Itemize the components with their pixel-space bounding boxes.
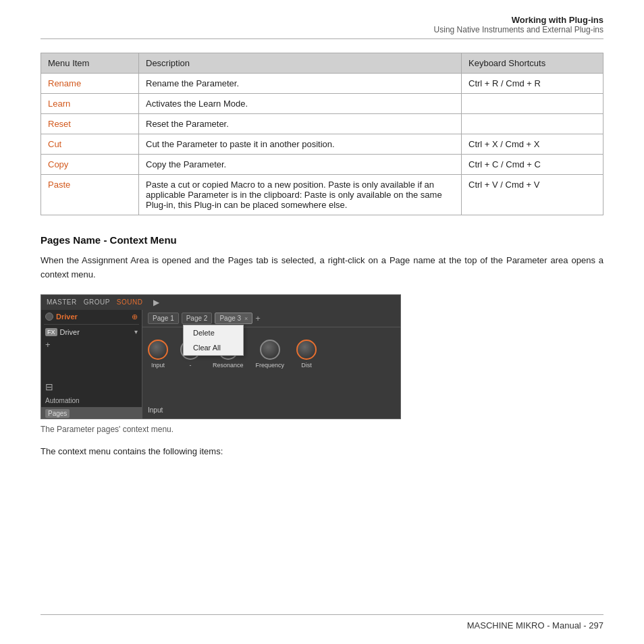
sc-page-tab-3[interactable]: Page 3 ×: [215, 313, 252, 324]
parameter-table: Menu Item Description Keyboard Shortcuts…: [41, 53, 603, 215]
screenshot: MASTER GROUP SOUND ▶ Driver ⊕ FX Drive: [41, 294, 401, 419]
sc-menu-item-clear-all[interactable]: Clear All: [184, 340, 243, 355]
sc-left-panel: Driver ⊕ FX Driver ▾ + ⊟: [41, 310, 142, 419]
col-header-desc: Description: [139, 53, 462, 74]
table-row: Copy Copy the Parameter. Ctrl + C / Cmd …: [41, 155, 603, 175]
table-row: Rename Rename the Parameter. Ctrl + R / …: [41, 74, 603, 94]
table-row: Cut Cut the Parameter to paste it in ano…: [41, 134, 603, 155]
sc-driver-label: Driver: [56, 313, 78, 321]
conclusion-paragraph: The context menu contains the following …: [41, 446, 603, 456]
sc-knobs-row: Input - Resonance Frequency: [142, 333, 400, 371]
desc-copy: Copy the Parameter.: [139, 155, 462, 175]
menu-item-learn: Learn: [41, 94, 139, 114]
sc-bottom-labels: Automation: [41, 394, 142, 407]
sc-knob-dist: Dist: [296, 340, 317, 369]
header-title: Working with Plug-ins: [41, 15, 603, 25]
sc-knob-label-input: Input: [151, 362, 165, 369]
sc-tab-master: MASTER: [47, 298, 77, 306]
header-subtitle: Using Native Instruments and External Pl…: [41, 25, 603, 34]
shortcut-reset: [462, 114, 603, 134]
sc-circle-icon: [45, 313, 53, 321]
sc-knob-frequency: Frequency: [256, 340, 285, 369]
menu-item-copy: Copy: [41, 155, 139, 175]
sc-body: Driver ⊕ FX Driver ▾ + ⊟: [41, 310, 400, 419]
sc-dropdown-icon: ▾: [134, 328, 138, 336]
sc-knob-label-dash: -: [190, 362, 192, 369]
sc-left-bottom: ⊟ Automation Pages: [41, 379, 142, 419]
sc-search-icon: ⊕: [132, 313, 138, 321]
sc-fx-name: Driver: [60, 328, 132, 336]
sc-filter-icon: ⊟: [45, 381, 53, 392]
sc-page-tab-1[interactable]: Page 1: [148, 313, 179, 324]
footer-text: MASCHINE MIKRO - Manual - 297: [467, 620, 603, 630]
sc-knob-label-dist: Dist: [301, 362, 312, 369]
screenshot-container: MASTER GROUP SOUND ▶ Driver ⊕ FX Drive: [41, 294, 603, 419]
desc-cut: Cut the Parameter to paste it in another…: [139, 134, 462, 155]
sc-page-tab-2[interactable]: Page 2: [182, 313, 213, 324]
page-header: Working with Plug-ins Using Native Instr…: [41, 0, 603, 39]
table-row: Learn Activates the Learn Mode.: [41, 94, 603, 114]
sc-tab-group: GROUP: [84, 298, 110, 306]
col-header-shortcut: Keyboard Shortcuts: [462, 53, 603, 74]
sc-page-tab-close-icon[interactable]: ×: [244, 315, 248, 322]
sc-knob-circle-input[interactable]: [148, 340, 168, 360]
menu-item-reset: Reset: [41, 114, 139, 134]
desc-learn: Activates the Learn Mode.: [139, 94, 462, 114]
table-row: Paste Paste a cut or copied Macro to a n…: [41, 175, 603, 215]
sc-page-add-button[interactable]: +: [255, 313, 261, 323]
sc-knob-circle-frequency[interactable]: [260, 340, 280, 360]
page-footer: MASCHINE MIKRO - Manual - 297: [41, 614, 603, 630]
desc-paste: Paste a cut or copied Macro to a new pos…: [139, 175, 462, 215]
shortcut-rename: Ctrl + R / Cmd + R: [462, 74, 603, 94]
sc-knob-input: Input: [148, 340, 168, 369]
sc-fx-badge: FX: [45, 328, 57, 336]
menu-item-cut: Cut: [41, 134, 139, 155]
sc-right-panel: Page 1 Page 2 Page 3 × + Delete Clear Al…: [142, 310, 400, 419]
sc-fx-bar: FX Driver ▾: [41, 326, 142, 338]
sc-add-button[interactable]: +: [41, 338, 142, 351]
sc-context-menu: Delete Clear All: [183, 325, 244, 356]
sc-input-area: Input: [148, 404, 163, 414]
sc-knob-label-frequency: Frequency: [256, 362, 285, 369]
sc-automation-label: Automation: [45, 397, 80, 404]
sc-left-top: Driver ⊕: [41, 310, 142, 324]
section-heading: Pages Name - Context Menu: [41, 234, 603, 246]
sc-pages-label: Pages: [45, 409, 70, 418]
desc-reset: Reset the Parameter.: [139, 114, 462, 134]
sc-knob-label-resonance: Resonance: [213, 362, 244, 369]
menu-item-rename: Rename: [41, 74, 139, 94]
col-header-menu: Menu Item: [41, 53, 139, 74]
desc-rename: Rename the Parameter.: [139, 74, 462, 94]
sc-arrow-icon: ▶: [153, 298, 159, 307]
sc-top-bar: MASTER GROUP SOUND ▶: [41, 295, 400, 310]
sc-pages-bar: Pages: [41, 407, 142, 419]
sc-knob-circle-dist[interactable]: [296, 340, 317, 360]
sc-tab-sound: SOUND: [117, 298, 143, 306]
screenshot-caption: The Parameter pages' context menu.: [41, 425, 603, 434]
sc-pages-tabs: Page 1 Page 2 Page 3 × +: [142, 310, 400, 327]
shortcut-learn: [462, 94, 603, 114]
page-container: Working with Plug-ins Using Native Instr…: [0, 0, 644, 644]
intro-paragraph: When the Assignment Area is opened and t…: [41, 254, 603, 282]
shortcut-cut: Ctrl + X / Cmd + X: [462, 134, 603, 155]
sc-input-label: Input: [148, 406, 163, 414]
table-row: Reset Reset the Parameter.: [41, 114, 603, 134]
shortcut-copy: Ctrl + C / Cmd + C: [462, 155, 603, 175]
sc-menu-item-delete[interactable]: Delete: [184, 325, 243, 340]
menu-item-paste: Paste: [41, 175, 139, 215]
shortcut-paste: Ctrl + V / Cmd + V: [462, 175, 603, 215]
